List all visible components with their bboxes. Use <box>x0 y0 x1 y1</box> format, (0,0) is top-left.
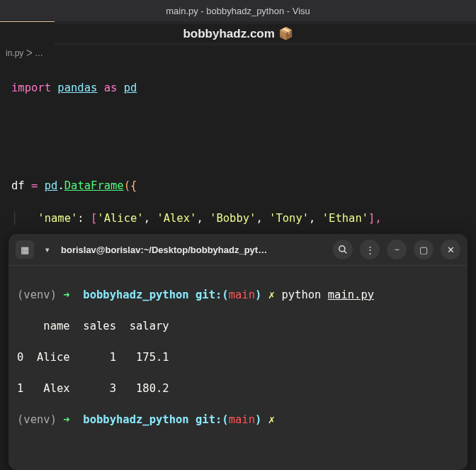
terminal-line: (venv) ➜ bobbyhadz_python git:(main) ✗ p… <box>17 287 459 303</box>
tab-filename: n.py <box>4 28 22 39</box>
terminal-line: 0 Alice 1 175.1 <box>17 349 459 365</box>
close-icon[interactable]: ✕ <box>40 28 49 40</box>
maximize-icon[interactable]: ▢ <box>414 240 434 259</box>
svg-line-1 <box>344 251 347 254</box>
tab-main-py[interactable]: n.py M ✕ <box>0 21 55 45</box>
terminal-body[interactable]: (venv) ➜ bobbyhadz_python git:(main) ✗ p… <box>8 266 468 470</box>
minimize-icon[interactable]: － <box>387 240 407 259</box>
terminal-title: borislav@borislav:~/Desktop/bobbyhadz_py… <box>61 245 326 255</box>
menu-icon[interactable]: ⋮ <box>360 240 380 259</box>
new-tab-button[interactable]: ▦ <box>16 240 34 259</box>
window-titlebar: main.py - bobbyhadz_python - Visu <box>0 0 476 21</box>
breadcrumb[interactable]: in.py ᐳ … <box>0 45 476 61</box>
terminal-header: ▦ ▾ borislav@borislav:~/Desktop/bobbyhad… <box>8 234 468 266</box>
dropdown-icon[interactable]: ▾ <box>41 240 54 259</box>
code-line: import pandas as pd <box>11 80 465 96</box>
terminal-line: 1 Alex 3 180.2 <box>17 381 459 396</box>
tab-modified-indicator: M <box>28 28 35 39</box>
terminal-window: ▦ ▾ borislav@borislav:~/Desktop/bobbyhad… <box>8 234 468 470</box>
close-icon[interactable]: ✕ <box>441 240 460 259</box>
svg-point-0 <box>339 246 345 252</box>
terminal-line: name sales salary <box>17 318 459 334</box>
code-line: │ 'name': ['Alice', 'Alex', 'Bobby', 'To… <box>11 211 465 227</box>
code-line <box>11 113 465 129</box>
watermark: bobbyhadz.com 📦 <box>0 24 476 43</box>
terminal-line: (venv) ➜ bobbyhadz_python git:(main) ✗ <box>17 412 459 427</box>
tab-bar: n.py M ✕ bobbyhadz.com 📦 <box>0 21 476 45</box>
window-title: main.py - bobbyhadz_python - Visu <box>166 6 310 16</box>
code-line <box>11 145 465 162</box>
search-icon[interactable] <box>333 240 353 259</box>
code-line: df = pd.DataFrame({ <box>11 178 465 194</box>
